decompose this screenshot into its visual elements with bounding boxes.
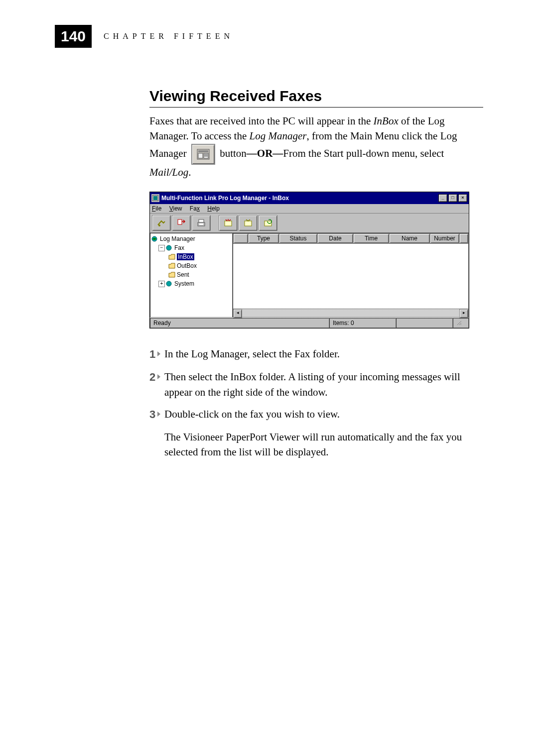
scroll-left-button[interactable]: ◂: [233, 309, 242, 318]
step-number-1: 1: [149, 346, 164, 362]
window-titlebar[interactable]: Multi-Function Link Pro Log Manager - In…: [150, 192, 469, 204]
page-header: 140 CHAPTER FIFTEEN: [55, 25, 483, 48]
col-type[interactable]: Type: [248, 233, 279, 243]
tree-outbox[interactable]: OutBox: [151, 261, 231, 270]
step-3: 3 Double-click on the fax you wish to vi…: [149, 407, 483, 423]
list-pane: Type Status Date Time Name Number ◂ ▸: [233, 233, 469, 318]
text: folder.: [310, 348, 340, 360]
svg-rect-1: [198, 150, 208, 152]
maximize-button[interactable]: □: [448, 194, 457, 202]
svg-rect-13: [199, 223, 203, 225]
client-area: Log Manager − Fax InBox OutBox: [150, 233, 469, 318]
section-title-rule: [149, 107, 483, 108]
inbox-italic: InBox: [230, 371, 257, 383]
body-text: Faxes that are received into the PC will…: [149, 115, 374, 127]
status-items: Items: 0: [329, 318, 396, 328]
step-1-text: In the Log Manager, select the Fax folde…: [164, 346, 483, 362]
tree-outbox-label: OutBox: [177, 262, 197, 269]
menu-file[interactable]: File: [152, 205, 161, 212]
step-3-text: Double-click on the fax you wish to view…: [164, 407, 483, 423]
horizontal-scrollbar[interactable]: ◂ ▸: [233, 309, 468, 317]
logmanager-italic: Log Manager: [249, 130, 306, 142]
text: Then select the: [164, 371, 230, 383]
text: , select the: [248, 348, 294, 360]
toolbar: [150, 214, 469, 233]
toolbar-button-3[interactable]: [192, 215, 211, 231]
col-time[interactable]: Time: [353, 233, 389, 243]
body-paragraph: Faxes that are received into the PC will…: [149, 113, 483, 180]
body-text: From the Start pull-down menu, select: [283, 147, 444, 159]
menubar: File View Fax Help: [150, 204, 469, 214]
fax-folder-icon: [166, 245, 173, 251]
window-title: Multi-Function Link Pro Log Manager - In…: [161, 195, 438, 202]
content-area: Viewing Received Faxes Faxes that are re…: [149, 88, 483, 460]
status-blank: [396, 318, 453, 328]
svg-rect-15: [245, 221, 252, 226]
tree-fax[interactable]: − Fax: [151, 243, 231, 252]
toolbar-button-2[interactable]: [172, 215, 191, 231]
text: In the: [164, 348, 191, 360]
resize-grip[interactable]: [453, 318, 469, 328]
log-manager-window: Multi-Function Link Pro Log Manager - In…: [149, 192, 469, 328]
col-name[interactable]: Name: [389, 233, 430, 243]
step-2: 2 Then select the InBox folder. A listin…: [149, 369, 483, 400]
menu-help[interactable]: Help: [207, 205, 220, 212]
toolbar-button-4[interactable]: [219, 215, 238, 231]
step-number-2: 2: [149, 369, 164, 400]
body-text: button: [220, 147, 247, 159]
tree-sent-label: Sent: [177, 271, 189, 278]
statusbar: Ready Items: 0: [150, 318, 469, 328]
folder-open-icon: [168, 254, 175, 260]
minimize-button[interactable]: _: [438, 194, 447, 202]
app-icon: [151, 194, 159, 202]
folder-tree[interactable]: Log Manager − Fax InBox OutBox: [150, 233, 233, 318]
or-bold: —OR—: [247, 147, 283, 159]
svg-rect-11: [199, 219, 204, 222]
folder-icon: [168, 263, 175, 269]
status-ready: Ready: [150, 318, 329, 328]
tree-inbox-label: InBox: [177, 253, 194, 260]
scroll-track[interactable]: [242, 309, 459, 317]
menu-fax[interactable]: Fax: [190, 205, 200, 212]
chapter-label: CHAPTER FIFTEEN: [104, 32, 234, 41]
steps-list: 1 In the Log Manager, select the Fax fol…: [149, 346, 483, 460]
col-status[interactable]: Status: [279, 233, 317, 243]
collapse-icon[interactable]: −: [158, 245, 165, 251]
scroll-right-button[interactable]: ▸: [459, 309, 468, 318]
step-number-3: 3: [149, 407, 164, 423]
col-date[interactable]: Date: [317, 233, 353, 243]
toolbar-button-1[interactable]: [152, 215, 171, 231]
svg-rect-10: [178, 219, 182, 224]
tree-fax-label: Fax: [174, 244, 184, 251]
world-icon: [151, 236, 158, 242]
step-1: 1 In the Log Manager, select the Fax fol…: [149, 346, 483, 362]
svg-rect-2: [198, 153, 203, 158]
tree-sent[interactable]: Sent: [151, 270, 231, 279]
col-number[interactable]: Number: [430, 233, 459, 243]
step-2-text: Then select the InBox folder. A listing …: [164, 369, 483, 400]
menu-view[interactable]: View: [169, 205, 182, 212]
system-folder-icon: [166, 281, 173, 287]
step-3-continuation: The Visioneer PaperPort Viewer will run …: [164, 430, 483, 460]
tree-system[interactable]: + System: [151, 279, 231, 288]
close-button[interactable]: ×: [458, 194, 467, 202]
fax-italic: Fax: [294, 348, 310, 360]
window-buttons: _ □ ×: [438, 194, 467, 202]
svg-line-20: [457, 321, 461, 325]
tree-inbox[interactable]: InBox: [151, 252, 231, 261]
tree-system-label: System: [174, 280, 194, 287]
svg-point-9: [158, 224, 160, 226]
toolbar-button-5[interactable]: [239, 215, 258, 231]
col-icon[interactable]: [233, 233, 248, 243]
tree-root-label: Log Manager: [160, 235, 195, 242]
folder-icon: [168, 272, 175, 278]
logmanager-italic: Log Manager: [191, 348, 248, 360]
log-manager-button-icon: [191, 144, 215, 165]
inbox-italic: InBox: [374, 115, 399, 127]
tree-root[interactable]: Log Manager: [151, 234, 231, 243]
toolbar-button-6[interactable]: [259, 215, 277, 231]
maillog-italic: Mail/Log: [149, 166, 188, 178]
body-text: .: [188, 166, 191, 178]
list-body[interactable]: [233, 244, 468, 309]
expand-icon[interactable]: +: [158, 281, 165, 287]
